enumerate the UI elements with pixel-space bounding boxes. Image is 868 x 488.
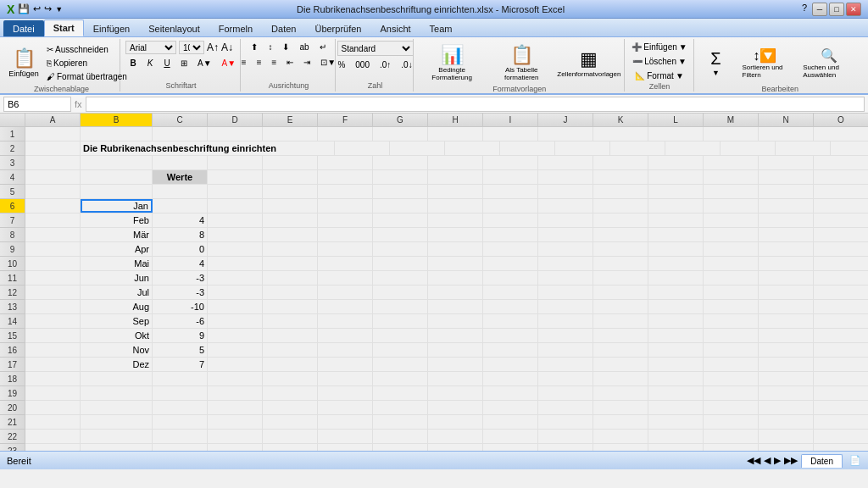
cell-B10[interactable]: Mai: [81, 257, 153, 270]
cell-B8[interactable]: Mär: [81, 228, 153, 241]
cell-K19[interactable]: [593, 386, 648, 400]
cell-F22[interactable]: [318, 430, 373, 443]
tab-formeln[interactable]: Formeln: [209, 20, 262, 36]
cell-N17[interactable]: [759, 358, 814, 371]
cell-E17[interactable]: [263, 358, 318, 371]
cell-L8[interactable]: [648, 228, 704, 241]
cell-C9[interactable]: 0: [153, 242, 208, 256]
cell-L7[interactable]: [648, 214, 704, 227]
cell-G16[interactable]: [373, 343, 428, 357]
copy-button[interactable]: ⎘Kopieren: [42, 57, 131, 69]
cell-A12[interactable]: [25, 286, 81, 299]
cell-C6[interactable]: [153, 199, 208, 213]
cell-A17[interactable]: [25, 358, 81, 371]
cell-C8[interactable]: 8: [153, 228, 208, 241]
cell-J1[interactable]: [538, 127, 593, 141]
cell-H11[interactable]: [428, 271, 483, 285]
cell-M9[interactable]: [704, 242, 759, 256]
cell-K5[interactable]: [593, 185, 648, 198]
cell-B7[interactable]: Feb: [81, 214, 153, 227]
redo-icon[interactable]: ↪: [44, 3, 52, 14]
cell-E20[interactable]: [263, 401, 318, 414]
cell-G6[interactable]: [373, 199, 428, 213]
cell-styles-button[interactable]: ▦ Zellenformatvorlagen: [558, 41, 620, 85]
cell-H18[interactable]: [428, 372, 483, 385]
name-box[interactable]: B6: [3, 97, 71, 112]
cell-I4[interactable]: [483, 170, 538, 184]
cell-K12[interactable]: [593, 286, 648, 299]
cell-E19[interactable]: [263, 386, 318, 400]
cell-K6[interactable]: [593, 199, 648, 213]
cell-H20[interactable]: [428, 401, 483, 414]
cell-G5[interactable]: [373, 185, 428, 198]
row-num-13[interactable]: 13: [0, 300, 25, 314]
cell-G21[interactable]: [373, 415, 428, 429]
delete-cells-button[interactable]: ➖Löschen▼: [628, 55, 691, 68]
cell-H21[interactable]: [428, 415, 483, 429]
cell-H3[interactable]: [428, 156, 483, 169]
cell-B1[interactable]: [81, 127, 153, 141]
cell-J5[interactable]: [538, 185, 593, 198]
align-left-button[interactable]: ≡: [237, 56, 251, 69]
cell-N8[interactable]: [759, 228, 814, 241]
cell-D10[interactable]: [208, 257, 263, 270]
cell-I11[interactable]: [483, 271, 538, 285]
cell-I2[interactable]: [665, 141, 721, 155]
cell-O4[interactable]: [814, 170, 868, 184]
add-sheet-button[interactable]: 📄: [849, 455, 861, 466]
cell-E11[interactable]: [263, 271, 318, 285]
cell-O20[interactable]: [814, 401, 868, 414]
cell-B18[interactable]: [81, 372, 153, 385]
cell-J18[interactable]: [538, 372, 593, 385]
cell-N20[interactable]: [759, 401, 814, 414]
cell-I15[interactable]: [483, 329, 538, 342]
cell-M12[interactable]: [704, 286, 759, 299]
tab-start[interactable]: Start: [44, 19, 84, 36]
cell-K3[interactable]: [593, 156, 648, 169]
cell-K21[interactable]: [593, 415, 648, 429]
cell-F3[interactable]: [318, 156, 373, 169]
cell-L13[interactable]: [648, 300, 704, 313]
insert-cells-button[interactable]: ➕Einfügen▼: [627, 41, 691, 53]
cell-I3[interactable]: [483, 156, 538, 169]
cell-F4[interactable]: [318, 170, 373, 184]
cell-C11[interactable]: -3: [153, 271, 208, 285]
cell-F14[interactable]: [318, 314, 373, 328]
cell-F9[interactable]: [318, 242, 373, 256]
col-header-A[interactable]: A: [25, 114, 81, 126]
cell-K14[interactable]: [593, 314, 648, 328]
find-select-button[interactable]: 🔍 Suchen und Auswählen: [797, 41, 861, 85]
cell-G18[interactable]: [373, 372, 428, 385]
cell-K9[interactable]: [593, 242, 648, 256]
cell-A4[interactable]: [25, 170, 81, 184]
cell-N10[interactable]: [759, 257, 814, 270]
col-header-N[interactable]: N: [759, 114, 814, 126]
tab-datei[interactable]: Datei: [3, 20, 44, 36]
cell-H1[interactable]: [428, 127, 483, 141]
cell-E18[interactable]: [263, 372, 318, 385]
cell-E9[interactable]: [263, 242, 318, 256]
cell-I1[interactable]: [483, 127, 538, 141]
cell-M15[interactable]: [704, 329, 759, 342]
cell-F1[interactable]: [318, 127, 373, 141]
cell-H16[interactable]: [428, 343, 483, 357]
row-num-8[interactable]: 8: [0, 228, 25, 242]
cell-E22[interactable]: [263, 430, 318, 443]
cell-I10[interactable]: [483, 257, 538, 270]
cell-K8[interactable]: [593, 228, 648, 241]
cell-E2[interactable]: [445, 141, 500, 155]
cell-A2[interactable]: [25, 141, 81, 155]
cell-G14[interactable]: [373, 314, 428, 328]
row-num-7[interactable]: 7: [0, 214, 25, 228]
cell-O22[interactable]: [814, 430, 868, 443]
increase-indent-button[interactable]: ⇥: [299, 56, 314, 69]
cell-H4[interactable]: [428, 170, 483, 184]
cell-C22[interactable]: [153, 430, 208, 443]
cell-O14[interactable]: [814, 314, 868, 328]
cell-K1[interactable]: [593, 127, 648, 141]
help-icon[interactable]: ?: [798, 3, 810, 16]
cell-J10[interactable]: [538, 257, 593, 270]
cell-M1[interactable]: [704, 127, 759, 141]
cell-F5[interactable]: [318, 185, 373, 198]
row-num-12[interactable]: 12: [0, 286, 25, 300]
